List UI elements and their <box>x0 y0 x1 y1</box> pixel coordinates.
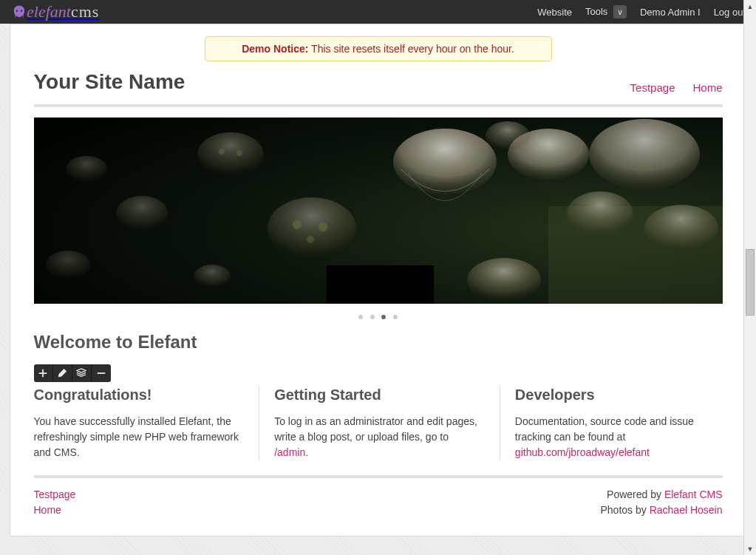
svg-point-5 <box>644 205 718 252</box>
column-title: Developers <box>515 387 723 404</box>
slider-dots <box>34 310 723 321</box>
svg-point-12 <box>307 236 314 243</box>
welcome-heading: Welcome to Elefant <box>34 332 723 353</box>
pencil-icon <box>57 368 67 378</box>
svg-point-15 <box>236 150 242 156</box>
svg-point-14 <box>219 149 225 154</box>
powered-by-label: Powered by <box>607 488 664 500</box>
logo-text-cms: cms <box>71 2 99 21</box>
svg-point-17 <box>66 156 107 183</box>
demo-notice-text: This site resets itself every hour on th… <box>308 43 514 55</box>
hero-slider[interactable] <box>34 118 723 304</box>
admin-nav-user[interactable]: Demo Admin I <box>640 7 701 18</box>
column-body-after: . <box>305 446 308 458</box>
svg-point-10 <box>293 220 302 229</box>
edit-button[interactable] <box>53 364 72 382</box>
footer-credits: Powered by Elefant CMS Photos by Rachael… <box>601 487 723 518</box>
scrollbar-thumb[interactable] <box>746 249 755 316</box>
footer-link-testpage[interactable]: Testpage <box>34 487 76 503</box>
elephant-icon <box>10 3 28 21</box>
column-getting-started: Getting Started To log in as an administ… <box>259 387 482 460</box>
slider-dot-1[interactable] <box>358 315 363 319</box>
svg-point-16 <box>116 196 168 231</box>
column-body-text: Documentation, source code and issue tra… <box>515 415 694 443</box>
slider-dot-3[interactable] <box>381 315 386 319</box>
site-title: Your Site Name <box>34 70 185 94</box>
admin-logo[interactable]: elefantcms <box>10 2 99 21</box>
admin-nav: Website Tools ∨ Demo Admin I Log out <box>537 5 746 18</box>
hero-image <box>34 118 723 304</box>
svg-point-13 <box>197 132 264 177</box>
svg-point-19 <box>194 265 231 288</box>
svg-rect-20 <box>327 265 434 304</box>
footer: Testpage Home Powered by Elefant CMS Pho… <box>34 487 723 518</box>
admin-nav-tools[interactable]: Tools ∨ <box>585 5 627 18</box>
footer-nav: Testpage Home <box>34 487 76 518</box>
github-link[interactable]: github.com/jbroadway/elefant <box>515 446 650 458</box>
column-body: To log in as an administrator and edit p… <box>274 414 482 460</box>
page-header: Your Site Name Testpage Home <box>34 70 723 94</box>
scrollbar[interactable]: ▲ ▼ <box>743 0 756 537</box>
top-nav-home[interactable]: Home <box>692 81 722 94</box>
column-body: Documentation, source code and issue tra… <box>515 414 723 460</box>
page-content: Demo Notice: This site resets itself eve… <box>10 24 747 537</box>
powered-by-link[interactable]: Elefant CMS <box>664 488 723 500</box>
svg-rect-21 <box>97 372 105 374</box>
svg-point-18 <box>46 251 90 280</box>
scroll-up-icon[interactable]: ▲ <box>744 0 756 13</box>
svg-point-7 <box>467 258 541 302</box>
versions-button[interactable] <box>72 364 92 382</box>
svg-point-8 <box>486 121 530 151</box>
plus-icon <box>38 368 48 378</box>
svg-point-11 <box>319 222 327 231</box>
svg-point-6 <box>567 191 633 236</box>
admin-nav-logout[interactable]: Log out <box>714 7 746 18</box>
demo-notice: Demo Notice: This site resets itself eve… <box>205 36 552 61</box>
column-body-text: To log in as an administrator and edit p… <box>274 415 477 443</box>
logo-text-elefant: elefant <box>27 2 71 21</box>
admin-nav-website[interactable]: Website <box>537 7 572 18</box>
photos-by-link[interactable]: Rachael Hosein <box>650 504 723 516</box>
chevron-down-icon: ∨ <box>613 5 627 18</box>
admin-link[interactable]: /admin <box>274 446 305 458</box>
minus-icon <box>96 368 106 378</box>
column-title: Getting Started <box>274 387 482 404</box>
slider-dot-4[interactable] <box>393 315 398 319</box>
svg-point-9 <box>268 197 356 259</box>
column-body: You have successfully installed Elefant,… <box>34 414 242 460</box>
top-nav: Testpage Home <box>630 81 723 94</box>
column-title: Congratulations! <box>34 387 242 404</box>
svg-point-4 <box>589 119 700 190</box>
scrollbar-track[interactable] <box>744 13 756 537</box>
demo-notice-strong: Demo Notice: <box>242 43 308 55</box>
divider <box>34 104 723 107</box>
column-congratulations: Congratulations! You have successfully i… <box>34 387 242 460</box>
column-developers: Developers Documentation, source code an… <box>500 387 723 460</box>
divider <box>34 475 723 478</box>
admin-bar: elefantcms Website Tools ∨ Demo Admin I … <box>0 0 756 24</box>
photos-by-label: Photos by <box>601 504 650 516</box>
admin-nav-tools-label: Tools <box>585 6 607 17</box>
content-columns: Congratulations! You have successfully i… <box>34 387 723 460</box>
top-nav-testpage[interactable]: Testpage <box>630 81 675 94</box>
svg-point-2 <box>393 129 497 195</box>
footer-link-home[interactable]: Home <box>34 503 76 518</box>
delete-button[interactable] <box>92 364 111 382</box>
layers-icon <box>76 368 86 378</box>
edit-toolbar <box>34 364 111 382</box>
slider-dot-2[interactable] <box>370 315 375 319</box>
add-button[interactable] <box>34 364 53 382</box>
